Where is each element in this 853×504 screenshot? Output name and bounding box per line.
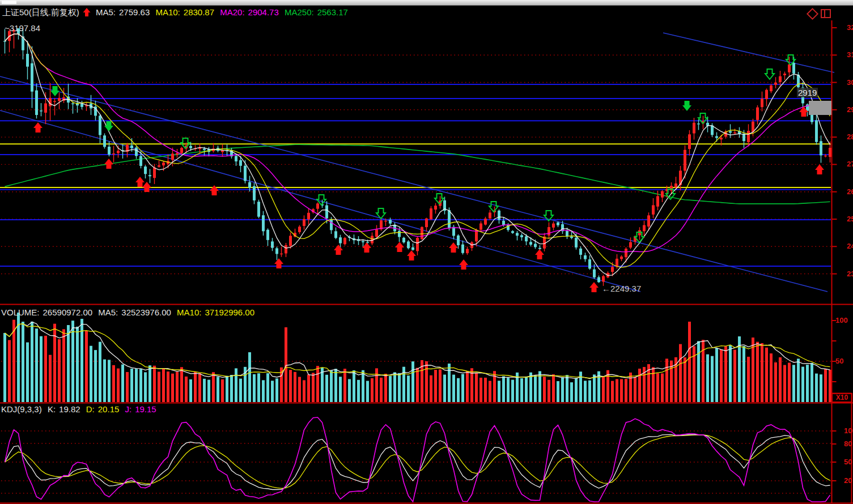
ma5-label: MA5: xyxy=(96,7,116,17)
buy-arrow-icon xyxy=(589,282,599,292)
ma250-value: 2563.17 xyxy=(317,7,348,17)
up-arrow-icon xyxy=(83,7,91,17)
ma250-label: MA250: xyxy=(285,7,314,17)
axis-label: 2700 xyxy=(847,160,853,168)
sell-arrow-hollow-icon xyxy=(765,69,774,79)
axis-label: 3200 xyxy=(847,23,853,32)
last-price-tag: 2919 xyxy=(797,88,818,97)
buy-arrow-icon xyxy=(449,242,458,253)
ma5-value: 2759.63 xyxy=(119,7,150,17)
axis-label: 2300 xyxy=(847,270,853,278)
k-label: K: xyxy=(48,404,56,414)
buy-arrow-icon xyxy=(815,164,824,174)
j-value: 19.15 xyxy=(135,404,156,414)
buy-arrow-icon xyxy=(459,259,468,270)
buy-arrow-icon xyxy=(407,250,416,260)
ma10-value: 2830.87 xyxy=(184,7,214,17)
volume-label: VOLUME: xyxy=(1,307,40,317)
axis-label: 3000 xyxy=(847,78,853,87)
d-value: 20.15 xyxy=(98,404,120,414)
axis-label: 50 xyxy=(844,458,852,466)
period-low-label: ←2249.37 xyxy=(602,284,641,293)
volume-value: 26590972.00 xyxy=(43,307,93,317)
vol-ma5-label: MA5: xyxy=(98,307,118,317)
kdj-header: KDJ(9,3,3) K:19.82 D:20.15 J:19.15 xyxy=(1,404,160,414)
vol-ma5-value: 32523976.00 xyxy=(121,307,171,317)
sell-arrow-hollow-icon xyxy=(489,202,498,212)
axis-label: 3100 xyxy=(847,50,853,59)
kdj-label: KDJ(9,3,3) xyxy=(1,404,42,414)
axis-label: 2900 xyxy=(847,105,853,114)
split-window-icon[interactable] xyxy=(821,9,831,18)
vol-ma10-value: 37192996.00 xyxy=(205,307,254,317)
axis-label: 100 xyxy=(835,316,848,324)
sell-arrow-icon xyxy=(104,121,113,131)
symbol-title: 上证50(日线.前复权) xyxy=(2,7,79,17)
buy-arrow-icon xyxy=(33,122,43,133)
ma10-label: MA10: xyxy=(155,7,180,17)
d-label: D: xyxy=(86,404,95,414)
buy-arrow-icon xyxy=(210,185,219,195)
buy-arrow-icon xyxy=(274,258,283,268)
buy-arrow-icon xyxy=(104,159,113,169)
buy-arrow-icon xyxy=(135,177,145,187)
split-window-icon-bar xyxy=(824,10,825,17)
axis-label: 80 xyxy=(844,439,852,448)
chart-canvas xyxy=(0,0,853,504)
axis-label: 2600 xyxy=(847,187,853,196)
vol-ma10-label: MA10: xyxy=(177,307,201,317)
k-value: 19.82 xyxy=(59,404,80,414)
j-label: J: xyxy=(125,404,132,414)
axis-label: 2400 xyxy=(847,242,853,250)
volume-unit-label: X10 xyxy=(831,393,852,403)
buy-arrow-icon xyxy=(334,245,343,255)
axis-label: 20 xyxy=(844,476,852,485)
sell-arrow-icon xyxy=(50,86,60,96)
axis-label: 100 xyxy=(844,426,853,435)
buy-arrow-icon xyxy=(142,182,151,192)
buy-arrow-icon xyxy=(395,242,404,252)
volume-header: VOLUME:26590972.00 MA5:32523976.00 MA10:… xyxy=(1,307,258,317)
last-price-tag-box xyxy=(809,101,831,115)
ma20-value: 2904.73 xyxy=(248,7,279,17)
buy-arrow-icon xyxy=(535,249,544,259)
axis-label: 50 xyxy=(835,357,843,365)
ma20-label: MA20: xyxy=(220,7,244,17)
axis-label: 2500 xyxy=(847,215,853,223)
axis-label: 2800 xyxy=(847,133,853,141)
stock-chart-app: 上证50(日线.前复权) MA5:2759.63 MA10:2830.87 MA… xyxy=(0,0,853,504)
buy-arrow-icon xyxy=(362,242,371,253)
period-high-label: ~3197.84 xyxy=(5,23,40,33)
main-chart-header: 上证50(日线.前复权) MA5:2759.63 MA10:2830.87 MA… xyxy=(2,7,351,18)
